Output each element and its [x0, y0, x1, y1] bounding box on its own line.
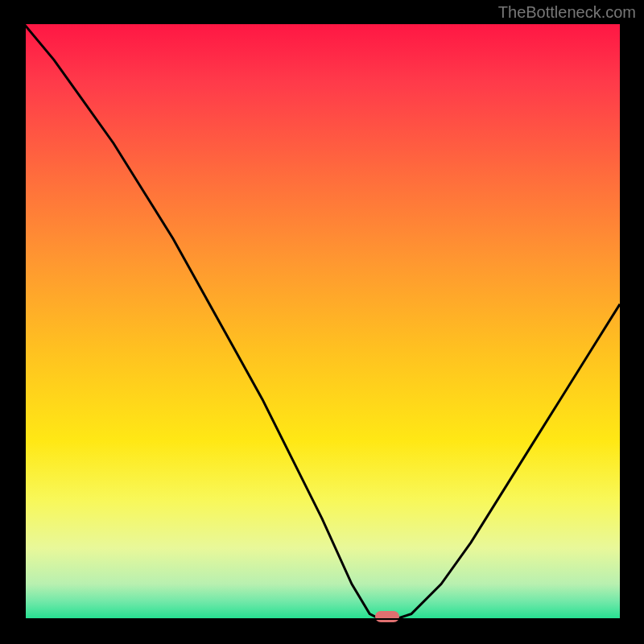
- y-axis: [24, 24, 26, 620]
- x-axis: [24, 618, 620, 620]
- chart-area: [24, 24, 620, 620]
- attribution-text: TheBottleneck.com: [498, 3, 636, 22]
- curve-line: [24, 24, 620, 620]
- optimal-marker: [375, 611, 399, 622]
